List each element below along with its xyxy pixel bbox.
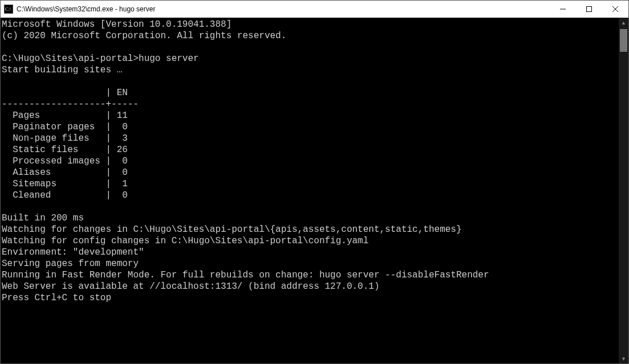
maximize-icon — [586, 6, 592, 12]
maximize-button[interactable] — [576, 1, 602, 18]
cmd-icon: C:\ — [4, 5, 13, 14]
scroll-thumb[interactable] — [620, 29, 627, 52]
terminal-output[interactable]: Microsoft Windows [Version 10.0.19041.38… — [1, 18, 619, 363]
cmd-window: C:\ C:\Windows\System32\cmd.exe - hugo s… — [0, 0, 629, 364]
minimize-icon — [560, 6, 566, 12]
svg-text:C:\: C:\ — [5, 6, 12, 12]
titlebar-buttons — [550, 1, 628, 18]
close-button[interactable] — [602, 1, 628, 18]
window-title: C:\Windows\System32\cmd.exe - hugo serve… — [17, 5, 550, 13]
scrollbar[interactable]: ▲ ▼ — [619, 18, 628, 363]
close-icon — [612, 6, 618, 12]
scroll-down-arrow[interactable]: ▼ — [619, 354, 628, 363]
terminal-area: Microsoft Windows [Version 10.0.19041.38… — [1, 18, 628, 363]
minimize-button[interactable] — [550, 1, 576, 18]
titlebar[interactable]: C:\ C:\Windows\System32\cmd.exe - hugo s… — [1, 1, 628, 18]
scroll-up-arrow[interactable]: ▲ — [619, 18, 628, 27]
svg-rect-3 — [587, 7, 592, 12]
